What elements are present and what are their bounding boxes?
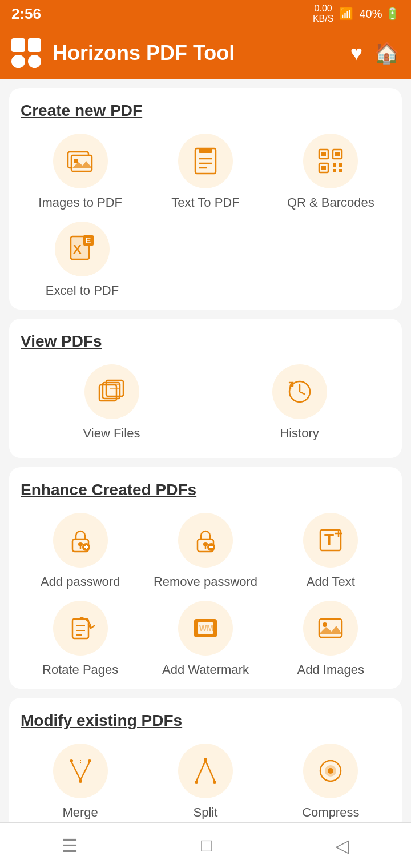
tool-qr-barcodes[interactable]: QR & Barcodes [271,134,390,210]
svg-line-60 [206,761,215,781]
recent-apps-button[interactable]: □ [201,835,212,856]
images-to-pdf-label: Images to PDF [38,195,122,210]
svg-point-36 [203,542,208,546]
text-to-pdf-label: Text To PDF [171,195,239,210]
svg-rect-9 [321,152,326,156]
split-icon [191,756,220,786]
main-content: Create new PDF Images to PDF [0,79,411,868]
remove-password-label: Remove password [154,574,257,589]
tool-compress[interactable]: Compress [271,744,390,820]
tool-add-watermark[interactable]: WM Add Watermark [146,601,265,677]
images-to-pdf-icon-wrap [53,134,108,188]
svg-point-52 [323,622,327,627]
status-speed: 0.00KB/S [313,3,333,23]
add-images-icon-wrap [303,601,358,656]
qr-barcodes-icon-wrap [303,134,358,188]
add-password-label: Add password [41,574,120,589]
add-watermark-icon-wrap: WM [178,601,233,656]
svg-point-57 [88,759,91,762]
split-icon-wrap [178,744,233,798]
modify-pdfs-title: Modify existing PDFs [21,712,390,730]
tool-add-images[interactable]: Add Images [271,601,390,677]
battery-icon: 40% 🔋 [359,7,400,21]
rotate-pages-label: Rotate Pages [42,662,118,677]
view-pdfs-section: View PDFs View Files [9,319,402,458]
wifi-icon: 📶 [339,7,353,21]
images-to-pdf-icon [66,146,95,176]
favorite-icon[interactable]: ♥ [350,41,362,65]
svg-rect-15 [339,163,342,167]
tool-view-files[interactable]: View Files [21,364,203,441]
rotate-pages-icon [66,613,95,643]
tool-excel-to-pdf[interactable]: X E Excel to PDF [21,222,144,298]
add-password-icon-wrap [53,513,108,568]
enhance-pdfs-grid: Add password Remove password [21,513,390,677]
svg-rect-51 [319,619,342,637]
view-pdfs-title: View PDFs [21,332,390,351]
tool-remove-password[interactable]: Remove password [146,513,265,589]
svg-text:WM: WM [199,624,213,633]
app-title: Horizons PDF Tool [53,41,339,65]
svg-rect-1 [71,155,92,171]
compress-icon-wrap [303,744,358,798]
svg-rect-17 [339,169,342,172]
svg-rect-14 [333,163,336,167]
add-text-icon: T [316,525,345,555]
tool-rotate-pages[interactable]: Rotate Pages [21,601,140,677]
enhance-pdfs-section: Enhance Created PDFs Add password [9,467,402,689]
svg-rect-16 [333,169,336,172]
svg-point-62 [195,781,198,784]
tool-merge[interactable]: Merge [21,744,140,820]
status-time: 2:56 [11,5,41,23]
svg-text:E: E [86,236,91,245]
tool-add-text[interactable]: T Add Text [271,513,390,589]
svg-point-56 [70,759,73,762]
tool-add-password[interactable]: Add password [21,513,140,589]
history-label: History [280,426,319,441]
svg-text:T: T [324,531,334,548]
view-files-label: View Files [83,426,140,441]
excel-to-pdf-icon-wrap: X E [55,222,110,276]
add-password-icon [66,525,95,555]
svg-line-53 [71,762,80,780]
tool-history[interactable]: History [208,364,390,441]
create-pdf-row1: Images to PDF Text To PDF [21,134,390,210]
history-icon-wrap [272,364,327,419]
home-icon[interactable]: 🏠 [374,41,400,65]
merge-label: Merge [62,805,98,820]
back-button[interactable]: ◁ [335,835,349,857]
split-label: Split [194,805,218,820]
qr-barcodes-label: QR & Barcodes [287,195,374,210]
tool-images-to-pdf[interactable]: Images to PDF [21,134,140,210]
remove-password-icon [191,525,220,555]
merge-icon-wrap [53,744,108,798]
status-right: 0.00KB/S 📶 40% 🔋 [313,3,400,23]
text-to-pdf-icon [191,146,220,176]
menu-button[interactable]: ☰ [62,835,78,857]
modify-pdfs-grid: Merge Split [21,744,390,820]
text-to-pdf-icon-wrap [178,134,233,188]
add-watermark-label: Add Watermark [162,662,249,677]
svg-point-66 [328,768,333,774]
compress-icon [316,756,345,786]
view-files-icon-wrap [84,364,139,419]
svg-point-63 [213,781,216,784]
app-logo-icon [11,38,41,68]
tool-split[interactable]: Split [146,744,265,820]
tool-text-to-pdf[interactable]: Text To PDF [146,134,265,210]
svg-point-61 [204,758,207,761]
excel-to-pdf-label: Excel to PDF [46,283,119,298]
add-watermark-icon: WM [191,613,220,643]
add-text-icon-wrap: T [303,513,358,568]
create-pdf-section: Create new PDF Images to PDF [9,88,402,310]
svg-rect-11 [335,152,340,156]
history-icon [285,377,315,407]
excel-to-pdf-icon: X E [67,234,97,264]
modify-pdfs-section: Modify existing PDFs Merge [9,698,402,831]
status-bar: 2:56 0.00KB/S 📶 40% 🔋 [0,0,411,27]
create-pdf-row2: X E Excel to PDF [21,222,390,298]
view-pdfs-grid: View Files History [21,364,390,441]
view-files-icon [97,377,127,407]
app-header: Horizons PDF Tool ♥ 🏠 [0,27,411,79]
svg-point-2 [74,159,78,163]
